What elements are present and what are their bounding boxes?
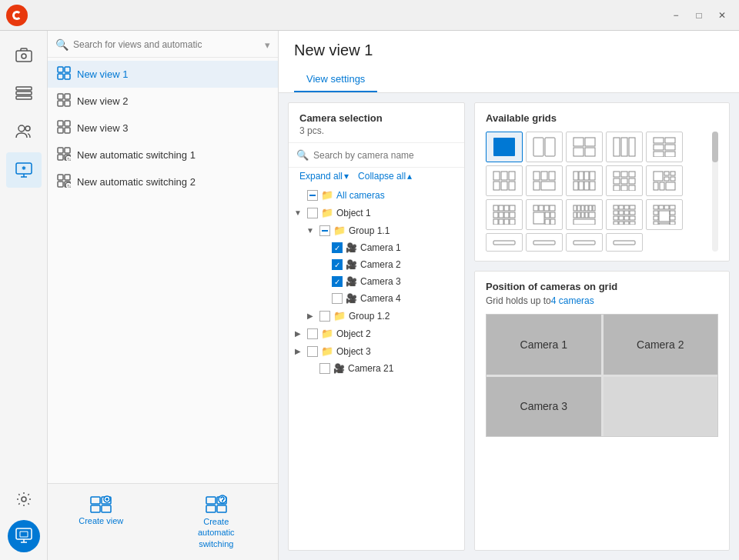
nav-item-new-view-3[interactable]: New view 3 bbox=[48, 115, 278, 142]
nav-item-auto-switching-1[interactable]: ↻ New automatic switching 1 bbox=[48, 142, 278, 168]
expand-all-button[interactable]: Expand all ▾ bbox=[299, 171, 349, 182]
tree-arrow-object-3[interactable]: ▶ bbox=[292, 347, 304, 355]
tree-checkbox-camera-4[interactable] bbox=[332, 293, 343, 304]
tree-arrow-object-1[interactable]: ▼ bbox=[292, 208, 304, 217]
tree-item-group-1-2[interactable]: ▶ 📁 Group 1.2 bbox=[289, 307, 464, 325]
svg-rect-12 bbox=[65, 67, 70, 72]
right-panel: Available grids bbox=[474, 102, 730, 551]
create-switching-button[interactable]: Create automatic switching bbox=[178, 490, 255, 554]
tree-checkbox-group-1-1[interactable] bbox=[319, 225, 330, 236]
grids-scrollbar[interactable] bbox=[712, 132, 718, 252]
grid-option-5x3[interactable] bbox=[566, 199, 603, 230]
svg-rect-11 bbox=[58, 67, 63, 72]
grid-option-2x2[interactable] bbox=[566, 132, 603, 162]
tree-item-object-3[interactable]: ▶ 📁 Object 3 bbox=[289, 342, 464, 360]
grid-option-4x2[interactable] bbox=[566, 165, 603, 196]
grid-option-3x3-b[interactable] bbox=[646, 165, 683, 196]
tree-label-camera-2: Camera 2 bbox=[360, 259, 401, 270]
nav-item-auto-switching-2[interactable]: ↻ New automatic switching 2 bbox=[48, 168, 278, 195]
create-view-button[interactable]: Create view bbox=[71, 490, 131, 554]
grid-option-3x1[interactable] bbox=[606, 132, 643, 162]
tree-item-object-2[interactable]: ▶ 📁 Object 2 bbox=[289, 325, 464, 342]
camera-search-input[interactable] bbox=[313, 150, 456, 161]
grid-option-panoramic-1[interactable] bbox=[486, 233, 523, 252]
grid-option-3x3-a[interactable] bbox=[606, 165, 643, 196]
camera-expand-row: Expand all ▾ Collapse all ▴ bbox=[289, 168, 464, 186]
sidebar-icon-users[interactable] bbox=[6, 114, 42, 149]
grid-option-3x2-b[interactable] bbox=[526, 165, 563, 196]
svg-rect-85 bbox=[629, 172, 635, 177]
tree-item-camera-1[interactable]: 🎥 Camera 1 bbox=[289, 239, 464, 256]
tree-checkbox-object-1[interactable] bbox=[307, 208, 318, 218]
minimize-button[interactable]: − bbox=[665, 5, 687, 26]
tree-item-all-cameras[interactable]: 📁 All cameras bbox=[289, 186, 464, 204]
nav-panel: 🔍 ▾ New view 1 bbox=[48, 31, 279, 560]
svg-rect-42 bbox=[206, 497, 216, 504]
tree-checkbox-object-3[interactable] bbox=[307, 346, 318, 357]
svg-rect-96 bbox=[670, 177, 675, 181]
nav-item-auto-icon-1: ↻ bbox=[57, 147, 71, 163]
tree-checkbox-all-cameras[interactable] bbox=[307, 190, 318, 201]
grid-option-1x1[interactable] bbox=[486, 132, 523, 162]
sidebar-icon-monitor[interactable]: ✱ bbox=[6, 152, 42, 188]
tree-label-all-cameras: All cameras bbox=[336, 190, 385, 201]
grid-option-panoramic-2[interactable] bbox=[526, 233, 563, 252]
grid-option-2x1[interactable] bbox=[526, 132, 563, 162]
nav-item-new-view-1[interactable]: New view 1 bbox=[48, 61, 278, 88]
tree-item-camera-4[interactable]: 🎥 Camera 4 bbox=[289, 290, 464, 307]
maximize-button[interactable]: □ bbox=[688, 5, 710, 26]
tree-checkbox-camera-3[interactable] bbox=[332, 276, 343, 287]
sidebar-icon-camera[interactable] bbox=[6, 37, 42, 72]
active-mode-indicator[interactable] bbox=[8, 520, 40, 552]
sidebar-icon-layout[interactable] bbox=[6, 75, 42, 111]
page-title: New view 1 bbox=[294, 42, 724, 59]
grid-option-2x3[interactable] bbox=[646, 132, 683, 162]
content-header: New view 1 View settings bbox=[279, 31, 739, 93]
svg-rect-135 bbox=[624, 205, 629, 209]
tab-view-settings[interactable]: View settings bbox=[294, 67, 377, 92]
tree-label-object-1: Object 1 bbox=[336, 208, 371, 218]
svg-rect-98 bbox=[660, 182, 664, 190]
tree-checkbox-object-2[interactable] bbox=[307, 328, 318, 339]
tree-item-object-1[interactable]: ▼ 📁 Object 1 bbox=[289, 204, 464, 222]
tree-checkbox-camera-21[interactable] bbox=[319, 363, 330, 374]
tree-checkbox-camera-2[interactable] bbox=[332, 259, 343, 270]
tree-arrow-group-1-1[interactable]: ▼ bbox=[304, 226, 316, 235]
nav-item-new-view-2[interactable]: New view 2 bbox=[48, 88, 278, 115]
camera-position-subtitle: Grid holds up to4 cameras bbox=[486, 295, 718, 306]
camera-count-link[interactable]: 4 cameras bbox=[551, 295, 594, 306]
svg-rect-133 bbox=[614, 205, 618, 209]
svg-rect-121 bbox=[573, 205, 577, 211]
grid-option-panoramic-4[interactable] bbox=[606, 233, 643, 252]
close-button[interactable]: ✕ bbox=[711, 5, 733, 26]
tree-checkbox-group-1-2[interactable] bbox=[319, 311, 330, 322]
grid-option-3x2-a[interactable] bbox=[486, 165, 523, 196]
nav-item-label: New view 1 bbox=[77, 68, 128, 80]
grids-scrollbar-thumb[interactable] bbox=[712, 132, 718, 162]
svg-rect-113 bbox=[539, 205, 543, 211]
collapse-all-button[interactable]: Collapse all ▴ bbox=[358, 171, 412, 182]
tree-item-camera-3[interactable]: 🎥 Camera 3 bbox=[289, 273, 464, 290]
tree-checkbox-camera-1[interactable] bbox=[332, 242, 343, 253]
tree-item-camera-21[interactable]: 🎥 Camera 21 bbox=[289, 360, 464, 377]
svg-rect-24 bbox=[65, 148, 70, 153]
tree-arrow-object-2[interactable]: ▶ bbox=[292, 329, 304, 338]
svg-text:✱: ✱ bbox=[22, 165, 26, 171]
grid-option-4x3-b[interactable] bbox=[526, 199, 563, 230]
grid-option-4x3-a[interactable] bbox=[486, 199, 523, 230]
search-dropdown-icon[interactable]: ▾ bbox=[265, 39, 270, 51]
svg-rect-94 bbox=[670, 172, 675, 175]
grid-option-panoramic-3[interactable] bbox=[566, 233, 603, 252]
svg-rect-15 bbox=[58, 94, 63, 99]
svg-rect-92 bbox=[654, 172, 663, 181]
svg-text:↻: ↻ bbox=[67, 157, 71, 161]
grid-option-4x4-a[interactable] bbox=[606, 199, 643, 230]
tree-item-camera-2[interactable]: 🎥 Camera 2 bbox=[289, 256, 464, 273]
nav-search-input[interactable] bbox=[73, 39, 260, 50]
tree-arrow-group-1-2[interactable]: ▶ bbox=[304, 312, 316, 320]
tree-item-group-1-1[interactable]: ▼ 📁 Group 1.1 bbox=[289, 222, 464, 239]
grid-option-4x4-b[interactable] bbox=[646, 199, 683, 230]
sidebar-icon-settings[interactable] bbox=[6, 482, 42, 517]
svg-point-1 bbox=[22, 54, 26, 58]
svg-rect-62 bbox=[654, 152, 664, 157]
